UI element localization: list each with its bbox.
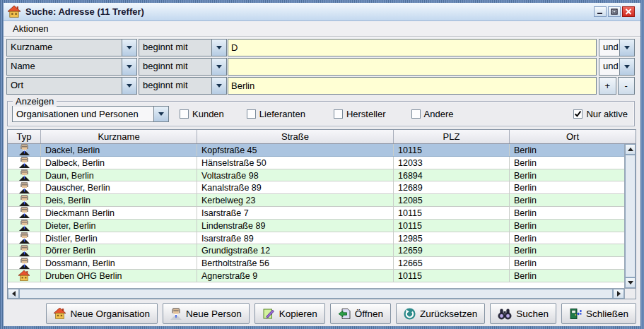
typ-icon-cell bbox=[8, 257, 41, 269]
filter-field-select-1[interactable]: Kurzname bbox=[6, 39, 137, 56]
chevron-down-icon[interactable] bbox=[122, 59, 136, 75]
neue-organisation-button[interactable]: Neue Organisation bbox=[46, 303, 158, 324]
scroll-right-button[interactable] bbox=[613, 289, 624, 299]
type-filter-select[interactable]: Organisationen und Personen bbox=[12, 106, 169, 122]
table-row[interactable]: Dieter, Berlin Lindenstraße 89 10115 Ber… bbox=[8, 220, 624, 232]
horizontal-scrollbar[interactable] bbox=[8, 289, 624, 299]
organization-icon bbox=[18, 270, 30, 281]
action-button-bar: Neue Organisation Neue Person bbox=[4, 299, 640, 326]
chevron-down-icon[interactable] bbox=[619, 40, 634, 56]
table-row[interactable]: Dackel, Berlin Kopfstraße 45 10115 Berli… bbox=[8, 144, 624, 157]
maximize-button[interactable] bbox=[608, 6, 621, 17]
checkbox-lieferanten[interactable]: Lieferanten bbox=[247, 109, 305, 119]
person-icon bbox=[19, 195, 30, 206]
cell-kurzname: Dackel, Berlin bbox=[41, 144, 197, 156]
table-row[interactable]: Dörrer Berlin Grundigstraße 12 12659 Ber… bbox=[8, 244, 624, 257]
typ-icon-cell bbox=[8, 232, 41, 244]
checkbox-icon bbox=[411, 109, 421, 119]
scroll-up-button[interactable] bbox=[625, 144, 636, 155]
open-arrow-icon bbox=[338, 308, 351, 320]
column-header-typ[interactable]: Typ bbox=[8, 130, 41, 143]
add-filter-button[interactable]: + bbox=[599, 77, 616, 95]
button-label: Öffnen bbox=[355, 309, 383, 319]
checkbox-kunden[interactable]: Kunden bbox=[180, 109, 224, 119]
filter-operator-select-2[interactable]: beginnt mit bbox=[139, 58, 227, 76]
suchen-button[interactable]: Suchen bbox=[490, 303, 556, 324]
house-icon bbox=[54, 308, 66, 319]
table-rows: Dackel, Berlin Kopfstraße 45 10115 Berli… bbox=[8, 144, 624, 288]
kopieren-button[interactable]: Kopieren bbox=[254, 303, 325, 324]
filter-field-select-2[interactable]: Name bbox=[6, 58, 137, 76]
cell-strasse: Lindenstraße 89 bbox=[197, 220, 394, 232]
schliessen-button[interactable]: Schließen bbox=[561, 303, 636, 324]
conjunction-select-1[interactable]: und bbox=[599, 39, 635, 56]
typ-icon-cell bbox=[8, 144, 41, 156]
remove-filter-button[interactable]: - bbox=[618, 77, 636, 95]
chevron-down-icon[interactable] bbox=[211, 78, 226, 94]
cell-ort: Berlin bbox=[510, 244, 624, 256]
zuruecksetzen-button[interactable]: Zurücksetzen bbox=[396, 303, 485, 324]
table-row[interactable]: Dossmann, Berlin Bertholtstraße 56 12665… bbox=[8, 257, 624, 270]
table-row[interactable]: Druben OHG Berlin Agnerstraße 9 10115 Be… bbox=[8, 270, 624, 282]
typ-icon-cell bbox=[8, 244, 41, 256]
column-header-kurzname[interactable]: Kurzname bbox=[41, 130, 197, 143]
chevron-down-icon[interactable] bbox=[122, 78, 136, 94]
horizontal-scroll-thumb[interactable] bbox=[19, 289, 613, 299]
cell-strasse: Bertholtstraße 56 bbox=[197, 257, 394, 269]
cell-ort: Berlin bbox=[510, 220, 624, 232]
arrow-left-icon bbox=[12, 291, 16, 297]
menu-aktionen[interactable]: Aktionen bbox=[10, 22, 52, 35]
checkbox-label: Hersteller bbox=[346, 109, 386, 119]
table-row[interactable]: Dieckmann Berlin Isarstraße 7 10115 Berl… bbox=[8, 207, 624, 220]
filter-row-1: Kurzname beginnt mit und bbox=[6, 39, 635, 56]
table-row[interactable]: Daun, Berlin Voltastraße 98 16894 Berlin bbox=[8, 169, 624, 182]
cell-ort: Berlin bbox=[510, 232, 624, 244]
person-icon bbox=[19, 245, 30, 256]
chevron-down-icon[interactable] bbox=[122, 40, 136, 56]
checkbox-hersteller[interactable]: Hersteller bbox=[334, 109, 386, 119]
table-row[interactable]: Dauscher, Berlin Kanalstraße 89 12689 Be… bbox=[8, 181, 624, 194]
person-icon bbox=[19, 169, 30, 181]
filter-value-input-3[interactable] bbox=[228, 77, 597, 95]
scroll-down-button[interactable] bbox=[625, 277, 636, 288]
conjunction-select-2[interactable]: und bbox=[599, 58, 635, 76]
table-row[interactable]: Deis, Berlin Kerbelweg 23 12085 Berlin bbox=[8, 194, 624, 207]
filter-value-input-1[interactable] bbox=[228, 39, 597, 56]
cell-kurzname: Dossmann, Berlin bbox=[41, 257, 197, 269]
table-row[interactable]: Distler, Berlin Isarstraße 89 12985 Berl… bbox=[8, 232, 624, 245]
checkbox-andere[interactable]: Andere bbox=[411, 109, 454, 119]
column-header-ort[interactable]: Ort bbox=[510, 130, 636, 143]
vertical-scrollbar[interactable] bbox=[624, 144, 636, 288]
checkbox-label: Andere bbox=[424, 109, 454, 119]
close-icon bbox=[625, 8, 632, 15]
button-label: Kopieren bbox=[279, 309, 317, 319]
filter-operator-select-1[interactable]: beginnt mit bbox=[139, 39, 227, 56]
title-bar[interactable]: Suche: Adresse (11 Treffer) bbox=[4, 3, 640, 21]
chevron-down-icon[interactable] bbox=[153, 107, 168, 121]
cell-plz: 16894 bbox=[394, 169, 510, 181]
column-header-strasse[interactable]: Straße bbox=[197, 130, 394, 143]
scroll-left-button[interactable] bbox=[8, 289, 19, 299]
window-controls bbox=[594, 6, 635, 17]
column-header-plz[interactable]: PLZ bbox=[394, 130, 510, 143]
cell-ort: Berlin bbox=[510, 270, 624, 282]
button-label: Zurücksetzen bbox=[420, 309, 477, 319]
filter-operator-select-3[interactable]: beginnt mit bbox=[139, 77, 227, 95]
minimize-button[interactable] bbox=[594, 6, 607, 17]
close-button[interactable] bbox=[622, 6, 635, 17]
vertical-scroll-thumb[interactable] bbox=[625, 155, 636, 277]
chevron-down-icon[interactable] bbox=[211, 59, 226, 75]
person-icon bbox=[19, 207, 30, 218]
chevron-down-icon[interactable] bbox=[211, 40, 226, 56]
neue-person-button[interactable]: Neue Person bbox=[163, 303, 250, 324]
typ-icon-cell bbox=[8, 220, 41, 232]
cell-kurzname: Dauscher, Berlin bbox=[41, 181, 197, 193]
table-row[interactable]: Dalbeck, Berlin Hänselstraße 50 12033 Be… bbox=[8, 157, 624, 169]
chevron-down-icon[interactable] bbox=[619, 59, 634, 75]
cell-strasse: Voltastraße 98 bbox=[197, 169, 394, 181]
checkbox-nur-aktive[interactable]: Nur aktive bbox=[573, 109, 628, 119]
filter-value-input-2[interactable] bbox=[228, 58, 597, 76]
filter-field-select-3[interactable]: Ort bbox=[6, 77, 137, 95]
oeffnen-button[interactable]: Öffnen bbox=[330, 303, 391, 324]
filter-field-value-1: Kurzname bbox=[7, 40, 122, 56]
